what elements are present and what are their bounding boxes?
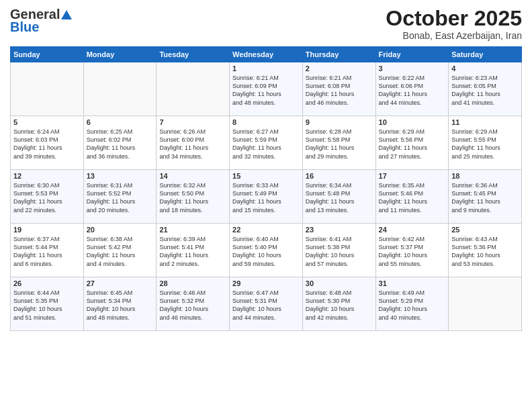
day-number: 25 (451, 226, 519, 234)
cell-text-line: Daylight: 11 hours (232, 144, 300, 152)
day-number: 30 (306, 279, 373, 287)
day-number: 6 (87, 118, 154, 126)
calendar-cell: 30Sunrise: 6:48 AMSunset: 5:30 PMDayligh… (302, 277, 375, 331)
calendar-cell: 6Sunrise: 6:25 AMSunset: 6:02 PMDaylight… (83, 116, 157, 170)
cell-text-line: Sunrise: 6:42 AM (379, 235, 446, 243)
calendar-cell: 1Sunrise: 6:21 AMSunset: 6:09 PMDaylight… (230, 62, 303, 116)
cell-text-line: Sunset: 5:41 PM (159, 243, 226, 251)
calendar-cell: 2Sunrise: 6:21 AMSunset: 6:08 PMDaylight… (302, 62, 375, 116)
calendar-week-row: 5Sunrise: 6:24 AMSunset: 6:03 PMDaylight… (11, 116, 522, 170)
cell-text-line: Daylight: 10 hours (159, 305, 226, 313)
calendar-cell: 27Sunrise: 6:45 AMSunset: 5:34 PMDayligh… (83, 277, 157, 331)
day-number: 22 (232, 226, 300, 234)
calendar-cell: 16Sunrise: 6:34 AMSunset: 5:48 PMDayligh… (302, 170, 375, 224)
cell-text-line: Sunset: 5:35 PM (13, 297, 81, 305)
cell-text-line: Daylight: 11 hours (159, 251, 226, 259)
cell-text-line: Sunset: 6:08 PM (306, 82, 373, 90)
logo: General Blue (10, 7, 73, 35)
col-sunday: Sunday (11, 47, 84, 62)
logo-icon (60, 9, 73, 21)
cell-text-line: Sunrise: 6:33 AM (232, 181, 300, 189)
cell-text-line: Sunset: 5:56 PM (379, 136, 446, 144)
cell-text-line: Daylight: 11 hours (87, 144, 154, 152)
cell-text-line: and 41 minutes. (451, 99, 519, 107)
cell-text-line: Sunrise: 6:21 AM (306, 74, 373, 82)
cell-text-line: Daylight: 11 hours (451, 197, 519, 205)
cell-text-line: Sunset: 6:00 PM (159, 136, 226, 144)
cell-text-line: and 42 minutes. (306, 314, 373, 322)
day-number: 27 (87, 279, 154, 287)
day-number: 17 (379, 172, 446, 180)
calendar-week-row: 12Sunrise: 6:30 AMSunset: 5:53 PMDayligh… (11, 170, 522, 224)
cell-text-line: Daylight: 11 hours (451, 144, 519, 152)
calendar-week-row: 19Sunrise: 6:37 AMSunset: 5:44 PMDayligh… (11, 224, 522, 277)
cell-text-line: Sunset: 5:37 PM (379, 243, 446, 251)
cell-text-line: Daylight: 11 hours (306, 90, 373, 98)
calendar-cell: 19Sunrise: 6:37 AMSunset: 5:44 PMDayligh… (11, 224, 84, 277)
cell-text-line: Sunset: 5:55 PM (451, 136, 519, 144)
cell-text-line: Daylight: 10 hours (379, 251, 446, 259)
cell-text-line: and 6 minutes. (13, 260, 81, 268)
calendar-cell: 23Sunrise: 6:41 AMSunset: 5:38 PMDayligh… (302, 224, 375, 277)
cell-text-line: Sunset: 5:59 PM (232, 136, 300, 144)
cell-text-line: Sunset: 5:38 PM (306, 243, 373, 251)
calendar-cell: 4Sunrise: 6:23 AMSunset: 6:05 PMDaylight… (449, 62, 522, 116)
cell-text-line: Sunset: 5:46 PM (379, 189, 446, 197)
col-friday: Friday (375, 47, 449, 62)
cell-text-line: Sunrise: 6:37 AM (13, 235, 81, 243)
cell-text-line: Sunset: 5:49 PM (232, 189, 300, 197)
cell-text-line: Daylight: 11 hours (87, 251, 154, 259)
cell-text-line: Daylight: 11 hours (451, 90, 519, 98)
cell-text-line: Sunset: 5:48 PM (306, 189, 373, 197)
cell-text-line: and 46 minutes. (306, 99, 373, 107)
title-block: October 2025 Bonab, East Azerbaijan, Ira… (386, 7, 522, 41)
calendar-week-row: 26Sunrise: 6:44 AMSunset: 5:35 PMDayligh… (11, 277, 522, 331)
day-number: 23 (306, 226, 373, 234)
header: General Blue October 2025 Bonab, East Az… (10, 7, 522, 41)
cell-text-line: Sunrise: 6:27 AM (232, 128, 300, 136)
day-number: 15 (232, 172, 300, 180)
cell-text-line: Daylight: 11 hours (13, 197, 81, 205)
day-number: 20 (87, 226, 154, 234)
cell-text-line: and 20 minutes. (87, 206, 154, 214)
day-number: 29 (232, 279, 300, 287)
cell-text-line: Sunset: 6:03 PM (13, 136, 81, 144)
calendar-week-row: 1Sunrise: 6:21 AMSunset: 6:09 PMDaylight… (11, 62, 522, 116)
calendar-cell: 20Sunrise: 6:38 AMSunset: 5:42 PMDayligh… (83, 224, 157, 277)
cell-text-line: Sunrise: 6:34 AM (306, 181, 373, 189)
calendar-cell: 26Sunrise: 6:44 AMSunset: 5:35 PMDayligh… (11, 277, 84, 331)
cell-text-line: Sunrise: 6:29 AM (379, 128, 446, 136)
calendar-cell: 7Sunrise: 6:26 AMSunset: 6:00 PMDaylight… (157, 116, 230, 170)
calendar-cell: 15Sunrise: 6:33 AMSunset: 5:49 PMDayligh… (230, 170, 303, 224)
cell-text-line: Sunrise: 6:36 AM (451, 181, 519, 189)
cell-text-line: Sunset: 5:50 PM (159, 189, 226, 197)
cell-text-line: Sunrise: 6:45 AM (87, 289, 154, 297)
cell-text-line: and 18 minutes. (159, 206, 226, 214)
cell-text-line: Daylight: 11 hours (87, 197, 154, 205)
cell-text-line: Daylight: 11 hours (13, 144, 81, 152)
cell-text-line: Sunset: 5:32 PM (159, 297, 226, 305)
day-number: 18 (451, 172, 519, 180)
calendar-cell (157, 62, 230, 116)
calendar-cell: 28Sunrise: 6:46 AMSunset: 5:32 PMDayligh… (157, 277, 230, 331)
cell-text-line: Sunrise: 6:25 AM (87, 128, 154, 136)
cell-text-line: and 53 minutes. (451, 260, 519, 268)
calendar-cell: 8Sunrise: 6:27 AMSunset: 5:59 PMDaylight… (230, 116, 303, 170)
day-number: 1 (232, 64, 300, 73)
cell-text-line: and 44 minutes. (379, 99, 446, 107)
cell-text-line: Sunrise: 6:46 AM (159, 289, 226, 297)
col-thursday: Thursday (302, 47, 375, 62)
cell-text-line: Sunrise: 6:39 AM (159, 235, 226, 243)
day-number: 24 (379, 226, 446, 234)
cell-text-line: Sunset: 5:45 PM (451, 189, 519, 197)
cell-text-line: Daylight: 11 hours (379, 144, 446, 152)
cell-text-line: and 34 minutes. (159, 152, 226, 161)
cell-text-line: Daylight: 11 hours (159, 197, 226, 205)
cell-text-line: Daylight: 11 hours (379, 197, 446, 205)
cell-text-line: and 44 minutes. (232, 314, 300, 322)
col-tuesday: Tuesday (157, 47, 230, 62)
cell-text-line: Sunrise: 6:24 AM (13, 128, 81, 136)
cell-text-line: Sunrise: 6:22 AM (379, 74, 446, 82)
cell-text-line: Daylight: 10 hours (306, 251, 373, 259)
col-wednesday: Wednesday (230, 47, 303, 62)
